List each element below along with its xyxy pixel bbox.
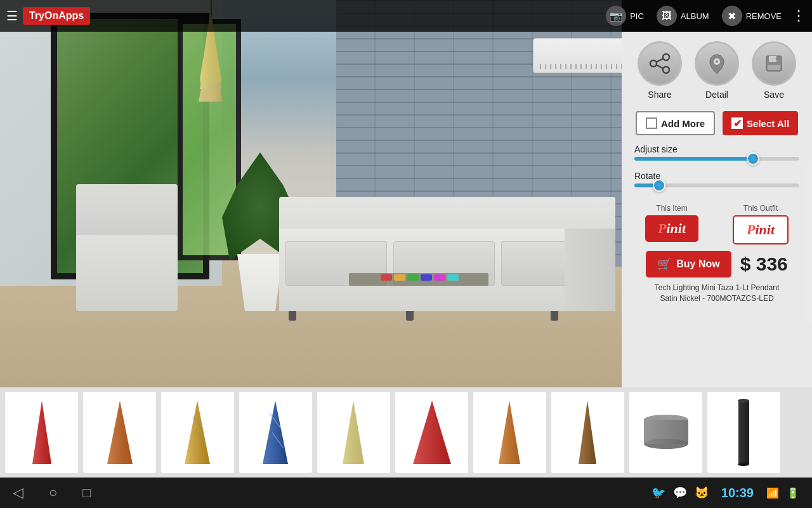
bottom-navbar: ◁ ○ □ 🐦 💬 🐱 10:39 📶 🔋 [0,478,812,508]
svg-marker-32 [343,401,364,464]
thumbnail-8[interactable] [551,392,624,473]
share-label: Share [648,90,671,100]
pic-button[interactable]: 📷 PIC [606,6,644,26]
wifi-icon: 📶 [766,487,779,499]
thumbnail-10[interactable] [707,392,780,473]
remove-icon: ✖ [722,6,742,26]
select-all-checkbox: ✔ [731,117,743,129]
pinit-section: This Item Pinit This Outfit Pinit [628,204,806,244]
svg-line-11 [657,59,663,62]
rotate-slider[interactable] [634,184,799,187]
twitter-icon: 🐦 [652,486,665,500]
buy-now-button[interactable]: 🛒 Buy Now [646,251,731,277]
svg-rect-17 [768,65,780,70]
detail-button[interactable] [695,41,739,86]
pinit-this-outfit: This Outfit Pinit [733,204,789,244]
save-button[interactable] [752,41,796,86]
camera-icon: 📷 [606,6,626,26]
save-action: Save [752,41,796,100]
share-button[interactable] [638,41,682,86]
add-more-button[interactable]: Add More [636,111,715,135]
svg-point-9 [650,60,657,67]
svg-marker-38 [579,401,596,464]
svg-marker-20 [32,401,51,464]
ac-unit [533,38,622,73]
svg-marker-22 [107,401,133,464]
share-action: Share [638,41,682,100]
rotate-thumb[interactable] [653,179,665,192]
svg-marker-36 [499,401,520,464]
right-panel: Share Detail Save [622,32,812,387]
svg-rect-16 [769,56,776,62]
adjust-size-section: Adjust size [628,144,806,166]
thumbnail-6[interactable] [395,392,468,473]
product-name: Tech Lighting Mini Taza 1-Lt Pendant Sat… [652,283,783,304]
svg-marker-28 [263,401,288,464]
svg-point-10 [663,67,669,73]
this-outfit-label: This Outfit [743,204,778,213]
album-icon: 🖼 [657,6,677,26]
svg-marker-34 [413,401,451,464]
detail-label: Detail [705,90,728,100]
this-item-label: This Item [656,204,687,213]
svg-rect-46 [738,401,749,464]
action-buttons-row: Share Detail Save [638,41,796,100]
thumbnail-1[interactable] [5,392,78,473]
remove-button[interactable]: ✖ REMOVE [722,6,782,26]
pinit-this-item: This Item Pinit [645,204,698,244]
pic-label: PIC [630,11,644,21]
more-options-icon[interactable]: ⋮ [792,8,806,24]
thumbnail-2[interactable] [83,392,156,473]
detail-action: Detail [695,41,739,100]
chat-icon: 💬 [673,486,687,500]
menu-icon[interactable]: ☰ [6,8,18,23]
buy-now-label: Buy Now [676,258,719,270]
adjust-size-fill [634,157,753,161]
buy-section: 🛒 Buy Now $ 336 [646,251,788,277]
select-all-label: Select All [747,118,789,129]
svg-point-18 [776,58,778,60]
adjust-size-thumb[interactable] [747,152,759,165]
scene-view [0,0,622,387]
thumbnail-7[interactable] [473,392,546,473]
price-display: $ 336 [740,253,788,275]
add-more-label: Add More [661,118,705,129]
pinit-outfit-button[interactable]: Pinit [733,215,789,244]
home-button[interactable]: ○ [49,485,57,501]
remove-label: REMOVE [746,11,782,21]
svg-point-14 [716,60,718,63]
svg-line-12 [657,65,663,69]
chair [63,184,190,311]
battery-icon: 🔋 [787,487,799,499]
pinit-item-button[interactable]: Pinit [645,215,698,242]
recents-button[interactable]: □ [82,485,91,501]
adjust-size-slider[interactable] [634,157,799,161]
thumbnail-3[interactable] [161,392,234,473]
app-logo: TryOnApps [23,7,90,25]
select-row: Add More ✔ Select All [636,111,798,135]
status-icons: 🐦 💬 🐱 10:39 📶 🔋 [652,486,799,500]
svg-point-8 [663,54,669,60]
add-more-checkbox [646,117,657,129]
topbar: ☰ TryOnApps 📷 PIC 🖼 ALBUM ✖ REMOVE ⋮ [0,0,812,32]
cart-icon: 🛒 [657,257,671,271]
adjust-size-label: Adjust size [634,144,799,154]
thumbnail-9[interactable] [629,392,702,473]
clock-display: 10:39 [721,486,754,500]
pinit-outfit-text: Pinit [747,222,775,237]
select-all-button[interactable]: ✔ Select All [723,111,798,135]
album-label: ALBUM [681,11,709,21]
rotate-section: Rotate [628,171,806,192]
coffee-table [349,273,488,330]
thumbnail-strip [0,387,812,478]
thumbnail-4[interactable] [239,392,312,473]
back-button[interactable]: ◁ [13,485,23,501]
save-label: Save [764,90,784,100]
thumbnail-5[interactable] [317,392,390,473]
pinit-item-text: Pinit [658,220,686,236]
cat-icon: 🐱 [695,486,709,500]
svg-rect-42 [644,420,688,444]
album-button[interactable]: 🖼 ALBUM [657,6,709,26]
